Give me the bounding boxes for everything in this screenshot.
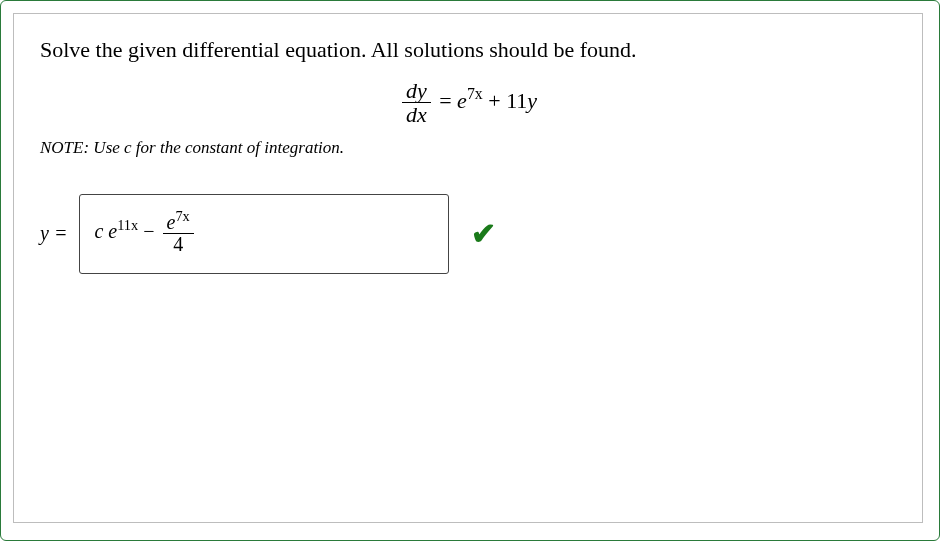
fraction-denominator: dx	[402, 102, 431, 126]
answer-frac-den: 4	[163, 233, 194, 255]
coef-11: 11	[506, 87, 527, 112]
answer-fraction: e7x 4	[163, 212, 194, 255]
answer-equals: =	[49, 222, 68, 244]
fraction-numerator: dy	[402, 79, 431, 102]
exponent-7x-2: 7x	[175, 209, 189, 225]
check-icon: ✔	[471, 216, 496, 251]
outer-frame: Solve the given differential equation. A…	[0, 0, 940, 541]
answer-row: y = c e11x − e7x 4 ✔	[40, 194, 896, 274]
exponent-11x-text: 11x	[117, 218, 138, 234]
plus-sign: +	[488, 87, 506, 112]
differential-equation: dy dx = e7x + 11y	[40, 79, 896, 126]
exponent-7x-text: 7x	[467, 85, 483, 102]
answer-frac-num: e7x	[163, 212, 194, 233]
e-base-2: e	[108, 220, 117, 242]
const-c: c	[94, 220, 108, 242]
problem-panel: Solve the given differential equation. A…	[13, 13, 923, 523]
exponent-7x-2-text: 7x	[175, 209, 189, 225]
dy-dx-fraction: dy dx	[402, 79, 431, 126]
var-y: y	[527, 87, 537, 112]
exponent-7x: 7x	[467, 85, 483, 102]
exponent-11x: 11x	[117, 218, 138, 234]
answer-var-y: y	[40, 222, 49, 244]
answer-lhs: y =	[40, 222, 67, 245]
answer-input[interactable]: c e11x − e7x 4	[79, 194, 449, 274]
note-text: NOTE: Use c for the constant of integrat…	[40, 138, 896, 158]
equals-sign: =	[439, 87, 457, 112]
minus-sign: −	[143, 220, 159, 242]
e-base-1: e	[457, 87, 467, 112]
answer-expression: c e11x − e7x 4	[94, 212, 196, 255]
problem-prompt: Solve the given differential equation. A…	[40, 36, 896, 65]
